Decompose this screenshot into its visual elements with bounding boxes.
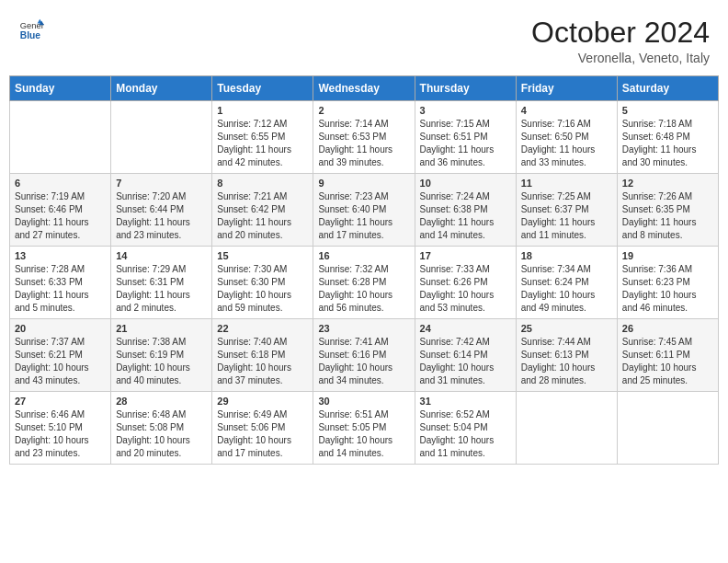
day-number: 23 xyxy=(318,323,409,334)
calendar-cell: 9Sunrise: 7:23 AM Sunset: 6:40 PM Daylig… xyxy=(313,174,415,247)
day-number: 10 xyxy=(420,178,511,189)
col-sunday: Sunday xyxy=(10,76,111,101)
cell-info: Sunrise: 7:44 AM Sunset: 6:13 PM Dayligh… xyxy=(521,336,612,387)
calendar-cell: 13Sunrise: 7:28 AM Sunset: 6:33 PM Dayli… xyxy=(10,247,111,319)
day-number: 9 xyxy=(318,178,409,189)
calendar-cell: 4Sunrise: 7:16 AM Sunset: 6:50 PM Daylig… xyxy=(516,101,617,174)
cell-info: Sunrise: 7:33 AM Sunset: 6:26 PM Dayligh… xyxy=(420,263,511,315)
logo: General Blue xyxy=(18,17,44,42)
day-number: 19 xyxy=(622,250,713,261)
location: Veronella, Veneto, Italy xyxy=(531,51,710,65)
cell-info: Sunrise: 7:28 AM Sunset: 6:33 PM Dayligh… xyxy=(15,263,106,315)
calendar-week-4: 20Sunrise: 7:37 AM Sunset: 6:21 PM Dayli… xyxy=(10,319,719,392)
cell-info: Sunrise: 7:23 AM Sunset: 6:40 PM Dayligh… xyxy=(318,190,409,242)
day-number: 14 xyxy=(116,250,207,261)
day-number: 27 xyxy=(15,396,106,407)
cell-info: Sunrise: 7:15 AM Sunset: 6:51 PM Dayligh… xyxy=(420,118,511,169)
calendar-cell xyxy=(10,101,111,174)
day-number: 18 xyxy=(521,250,612,261)
calendar-cell: 1Sunrise: 7:12 AM Sunset: 6:55 PM Daylig… xyxy=(212,101,313,174)
calendar-cell: 26Sunrise: 7:45 AM Sunset: 6:11 PM Dayli… xyxy=(617,319,718,392)
day-number: 4 xyxy=(521,105,612,116)
calendar-cell: 8Sunrise: 7:21 AM Sunset: 6:42 PM Daylig… xyxy=(212,174,313,247)
calendar-cell: 22Sunrise: 7:40 AM Sunset: 6:18 PM Dayli… xyxy=(212,319,313,392)
calendar-cell: 15Sunrise: 7:30 AM Sunset: 6:30 PM Dayli… xyxy=(212,247,313,319)
calendar-cell: 19Sunrise: 7:36 AM Sunset: 6:23 PM Dayli… xyxy=(617,247,718,319)
col-saturday: Saturday xyxy=(617,76,718,101)
calendar-cell: 27Sunrise: 6:46 AM Sunset: 5:10 PM Dayli… xyxy=(10,392,111,465)
calendar-week-2: 6Sunrise: 7:19 AM Sunset: 6:46 PM Daylig… xyxy=(10,174,719,247)
calendar-cell: 21Sunrise: 7:38 AM Sunset: 6:19 PM Dayli… xyxy=(111,319,212,392)
day-number: 16 xyxy=(318,250,409,261)
calendar-cell: 23Sunrise: 7:41 AM Sunset: 6:16 PM Dayli… xyxy=(313,319,415,392)
calendar-cell xyxy=(617,392,718,465)
cell-info: Sunrise: 7:38 AM Sunset: 6:19 PM Dayligh… xyxy=(116,336,207,387)
calendar-week-1: 1Sunrise: 7:12 AM Sunset: 6:55 PM Daylig… xyxy=(10,101,719,174)
cell-info: Sunrise: 7:24 AM Sunset: 6:38 PM Dayligh… xyxy=(420,190,511,242)
calendar-cell: 31Sunrise: 6:52 AM Sunset: 5:04 PM Dayli… xyxy=(415,392,516,465)
day-number: 25 xyxy=(521,323,612,334)
day-number: 1 xyxy=(217,105,308,116)
calendar-cell: 11Sunrise: 7:25 AM Sunset: 6:37 PM Dayli… xyxy=(516,174,617,247)
calendar-cell: 30Sunrise: 6:51 AM Sunset: 5:05 PM Dayli… xyxy=(313,392,415,465)
day-number: 2 xyxy=(318,105,409,116)
cell-info: Sunrise: 7:18 AM Sunset: 6:48 PM Dayligh… xyxy=(622,118,713,169)
cell-info: Sunrise: 7:45 AM Sunset: 6:11 PM Dayligh… xyxy=(622,336,713,387)
calendar-cell xyxy=(111,101,212,174)
cell-info: Sunrise: 7:36 AM Sunset: 6:23 PM Dayligh… xyxy=(622,263,713,315)
calendar-cell: 16Sunrise: 7:32 AM Sunset: 6:28 PM Dayli… xyxy=(313,247,415,319)
day-number: 22 xyxy=(217,323,308,334)
calendar-cell: 28Sunrise: 6:48 AM Sunset: 5:08 PM Dayli… xyxy=(111,392,212,465)
col-monday: Monday xyxy=(111,76,212,101)
calendar-cell: 25Sunrise: 7:44 AM Sunset: 6:13 PM Dayli… xyxy=(516,319,617,392)
cell-info: Sunrise: 7:25 AM Sunset: 6:37 PM Dayligh… xyxy=(521,190,612,242)
calendar-cell: 20Sunrise: 7:37 AM Sunset: 6:21 PM Dayli… xyxy=(10,319,111,392)
cell-info: Sunrise: 7:42 AM Sunset: 6:14 PM Dayligh… xyxy=(420,336,511,387)
day-number: 6 xyxy=(15,178,106,189)
calendar-cell: 18Sunrise: 7:34 AM Sunset: 6:24 PM Dayli… xyxy=(516,247,617,319)
cell-info: Sunrise: 7:20 AM Sunset: 6:44 PM Dayligh… xyxy=(116,190,207,242)
cell-info: Sunrise: 6:49 AM Sunset: 5:06 PM Dayligh… xyxy=(217,408,308,460)
calendar-week-3: 13Sunrise: 7:28 AM Sunset: 6:33 PM Dayli… xyxy=(10,247,719,319)
calendar-cell: 10Sunrise: 7:24 AM Sunset: 6:38 PM Dayli… xyxy=(415,174,516,247)
day-number: 11 xyxy=(521,178,612,189)
cell-info: Sunrise: 7:14 AM Sunset: 6:53 PM Dayligh… xyxy=(318,118,409,169)
cell-info: Sunrise: 7:19 AM Sunset: 6:46 PM Dayligh… xyxy=(15,190,106,242)
cell-info: Sunrise: 7:26 AM Sunset: 6:35 PM Dayligh… xyxy=(622,190,713,242)
cell-info: Sunrise: 7:29 AM Sunset: 6:31 PM Dayligh… xyxy=(116,263,207,315)
cell-info: Sunrise: 6:46 AM Sunset: 5:10 PM Dayligh… xyxy=(15,408,106,460)
cell-info: Sunrise: 6:52 AM Sunset: 5:04 PM Dayligh… xyxy=(420,408,511,460)
col-friday: Friday xyxy=(516,76,617,101)
calendar-cell xyxy=(516,392,617,465)
calendar-cell: 2Sunrise: 7:14 AM Sunset: 6:53 PM Daylig… xyxy=(313,101,415,174)
day-number: 5 xyxy=(622,105,713,116)
day-number: 29 xyxy=(217,396,308,407)
day-number: 12 xyxy=(622,178,713,189)
day-number: 21 xyxy=(116,323,207,334)
col-thursday: Thursday xyxy=(415,76,516,101)
month-title: October 2024 xyxy=(531,17,710,49)
cell-info: Sunrise: 7:37 AM Sunset: 6:21 PM Dayligh… xyxy=(15,336,106,387)
header-row: Sunday Monday Tuesday Wednesday Thursday… xyxy=(10,76,719,101)
page-header: General Blue October 2024 Veronella, Ven… xyxy=(9,9,719,70)
calendar-cell: 6Sunrise: 7:19 AM Sunset: 6:46 PM Daylig… xyxy=(10,174,111,247)
calendar-cell: 5Sunrise: 7:18 AM Sunset: 6:48 PM Daylig… xyxy=(617,101,718,174)
day-number: 15 xyxy=(217,250,308,261)
day-number: 30 xyxy=(318,396,409,407)
logo-icon: General Blue xyxy=(18,17,44,42)
calendar-cell: 7Sunrise: 7:20 AM Sunset: 6:44 PM Daylig… xyxy=(111,174,212,247)
cell-info: Sunrise: 7:34 AM Sunset: 6:24 PM Dayligh… xyxy=(521,263,612,315)
cell-info: Sunrise: 7:40 AM Sunset: 6:18 PM Dayligh… xyxy=(217,336,308,387)
calendar-cell: 17Sunrise: 7:33 AM Sunset: 6:26 PM Dayli… xyxy=(415,247,516,319)
cell-info: Sunrise: 6:48 AM Sunset: 5:08 PM Dayligh… xyxy=(116,408,207,460)
day-number: 31 xyxy=(420,396,511,407)
day-number: 7 xyxy=(116,178,207,189)
day-number: 8 xyxy=(217,178,308,189)
calendar-table: Sunday Monday Tuesday Wednesday Thursday… xyxy=(9,75,719,465)
day-number: 3 xyxy=(420,105,511,116)
cell-info: Sunrise: 7:41 AM Sunset: 6:16 PM Dayligh… xyxy=(318,336,409,387)
title-block: October 2024 Veronella, Veneto, Italy xyxy=(531,17,710,65)
day-number: 17 xyxy=(420,250,511,261)
day-number: 20 xyxy=(15,323,106,334)
col-tuesday: Tuesday xyxy=(212,76,313,101)
